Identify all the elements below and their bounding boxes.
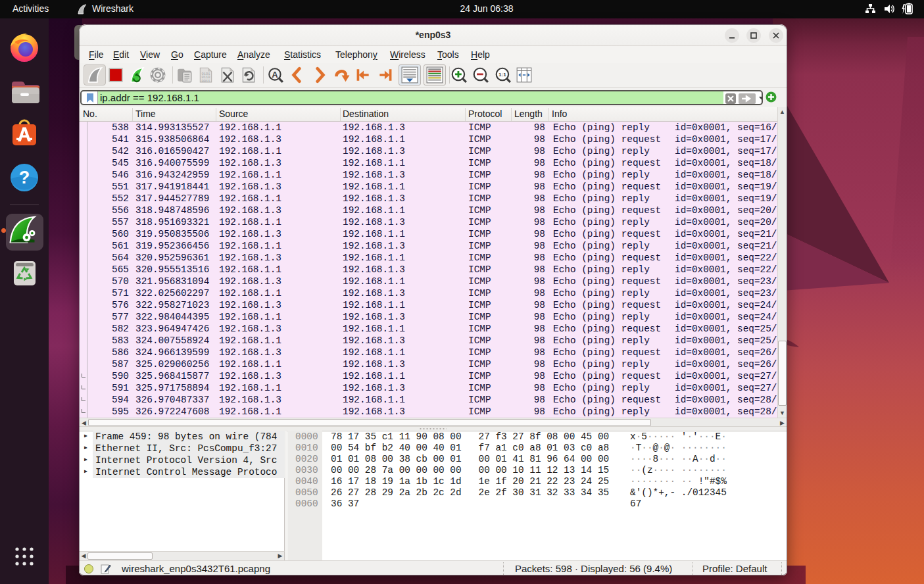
svg-text:?: ? <box>19 168 30 187</box>
svg-text:0011: 0011 <box>202 79 210 84</box>
svg-text:1:1: 1:1 <box>498 72 506 78</box>
svg-text:A: A <box>272 70 278 80</box>
